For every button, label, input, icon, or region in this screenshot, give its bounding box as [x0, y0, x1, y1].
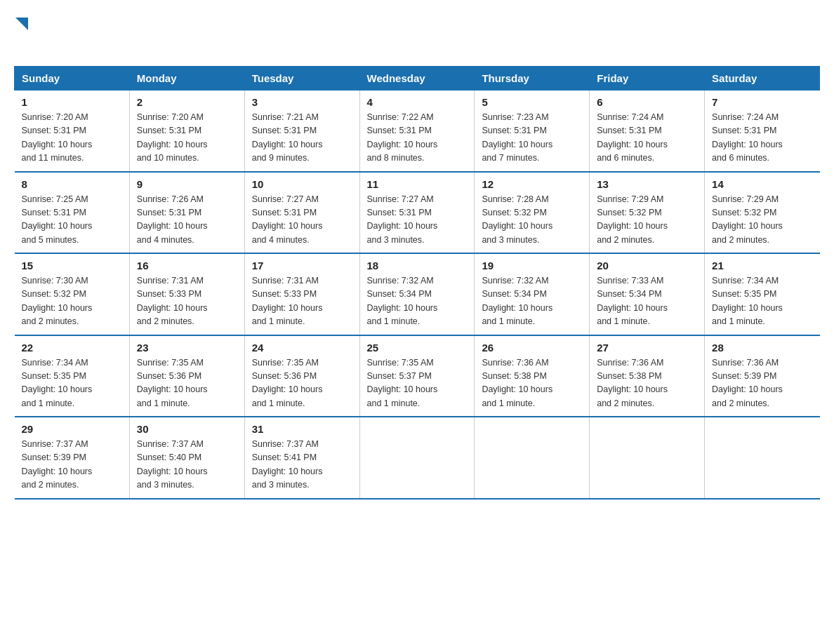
calendar-week-row: 1 Sunrise: 7:20 AMSunset: 5:31 PMDayligh… — [15, 90, 820, 172]
header-wednesday: Wednesday — [359, 67, 475, 90]
page-header — [14, 14, 820, 55]
day-number: 17 — [252, 260, 352, 271]
calendar-cell: 29 Sunrise: 7:37 AMSunset: 5:39 PMDaylig… — [15, 417, 130, 499]
day-number: 24 — [252, 342, 352, 354]
day-info: Sunrise: 7:33 AMSunset: 5:34 PMDaylight:… — [597, 276, 668, 326]
day-number: 7 — [712, 96, 812, 108]
calendar-week-row: 22 Sunrise: 7:34 AMSunset: 5:35 PMDaylig… — [15, 335, 820, 417]
day-info: Sunrise: 7:23 AMSunset: 5:31 PMDaylight:… — [482, 112, 552, 163]
calendar-cell: 9 Sunrise: 7:26 AMSunset: 5:31 PMDayligh… — [129, 172, 244, 254]
day-info: Sunrise: 7:31 AMSunset: 5:33 PMDaylight:… — [137, 276, 208, 326]
calendar-cell — [359, 417, 475, 499]
day-number: 29 — [22, 423, 122, 435]
day-number: 4 — [367, 96, 468, 108]
calendar-cell: 14 Sunrise: 7:29 AMSunset: 5:32 PMDaylig… — [705, 172, 820, 254]
calendar-cell: 22 Sunrise: 7:34 AMSunset: 5:35 PMDaylig… — [15, 335, 130, 417]
day-number: 6 — [597, 96, 697, 108]
day-number: 2 — [137, 96, 237, 108]
svg-marker-0 — [15, 18, 28, 30]
calendar-cell: 18 Sunrise: 7:32 AMSunset: 5:34 PMDaylig… — [359, 253, 475, 335]
day-info: Sunrise: 7:34 AMSunset: 5:35 PMDaylight:… — [22, 358, 93, 408]
calendar-header-row: SundayMondayTuesdayWednesdayThursdayFrid… — [15, 67, 820, 90]
day-number: 9 — [137, 178, 237, 190]
day-number: 10 — [252, 178, 352, 190]
calendar-cell: 10 Sunrise: 7:27 AMSunset: 5:31 PMDaylig… — [244, 172, 359, 254]
calendar-week-row: 15 Sunrise: 7:30 AMSunset: 5:32 PMDaylig… — [15, 253, 820, 335]
day-info: Sunrise: 7:25 AMSunset: 5:31 PMDaylight:… — [22, 194, 93, 245]
calendar-cell: 3 Sunrise: 7:21 AMSunset: 5:31 PMDayligh… — [244, 90, 359, 172]
calendar-cell: 20 Sunrise: 7:33 AMSunset: 5:34 PMDaylig… — [590, 253, 705, 335]
day-number: 11 — [367, 178, 468, 190]
calendar-cell: 8 Sunrise: 7:25 AMSunset: 5:31 PMDayligh… — [15, 172, 130, 254]
calendar-cell: 21 Sunrise: 7:34 AMSunset: 5:35 PMDaylig… — [705, 253, 820, 335]
calendar-cell: 27 Sunrise: 7:36 AMSunset: 5:38 PMDaylig… — [590, 335, 705, 417]
day-number: 19 — [482, 260, 582, 271]
day-info: Sunrise: 7:34 AMSunset: 5:35 PMDaylight:… — [712, 276, 783, 326]
day-info: Sunrise: 7:29 AMSunset: 5:32 PMDaylight:… — [597, 194, 668, 245]
day-info: Sunrise: 7:27 AMSunset: 5:31 PMDaylight:… — [367, 194, 438, 245]
calendar-cell: 23 Sunrise: 7:35 AMSunset: 5:36 PMDaylig… — [129, 335, 244, 417]
day-info: Sunrise: 7:37 AMSunset: 5:40 PMDaylight:… — [137, 439, 208, 490]
day-info: Sunrise: 7:22 AMSunset: 5:31 PMDaylight:… — [367, 112, 438, 163]
calendar-cell: 6 Sunrise: 7:24 AMSunset: 5:31 PMDayligh… — [590, 90, 705, 172]
calendar-cell: 24 Sunrise: 7:35 AMSunset: 5:36 PMDaylig… — [244, 335, 359, 417]
day-info: Sunrise: 7:20 AMSunset: 5:31 PMDaylight:… — [22, 112, 93, 163]
day-number: 12 — [482, 178, 582, 190]
header-sunday: Sunday — [15, 67, 130, 90]
calendar-cell: 28 Sunrise: 7:36 AMSunset: 5:39 PMDaylig… — [705, 335, 820, 417]
day-info: Sunrise: 7:26 AMSunset: 5:31 PMDaylight:… — [137, 194, 208, 245]
calendar-cell — [475, 417, 590, 499]
day-number: 18 — [367, 260, 468, 271]
calendar-cell: 25 Sunrise: 7:35 AMSunset: 5:37 PMDaylig… — [359, 335, 475, 417]
day-info: Sunrise: 7:27 AMSunset: 5:31 PMDaylight:… — [252, 194, 323, 245]
day-info: Sunrise: 7:35 AMSunset: 5:37 PMDaylight:… — [367, 358, 438, 408]
header-saturday: Saturday — [705, 67, 820, 90]
day-info: Sunrise: 7:31 AMSunset: 5:33 PMDaylight:… — [252, 276, 323, 326]
day-number: 15 — [22, 260, 122, 271]
day-info: Sunrise: 7:32 AMSunset: 5:34 PMDaylight:… — [367, 276, 438, 326]
calendar-cell: 4 Sunrise: 7:22 AMSunset: 5:31 PMDayligh… — [359, 90, 475, 172]
day-number: 5 — [482, 96, 582, 108]
calendar-cell: 11 Sunrise: 7:27 AMSunset: 5:31 PMDaylig… — [359, 172, 475, 254]
logo-arrow-icon — [15, 18, 28, 30]
calendar-cell: 13 Sunrise: 7:29 AMSunset: 5:32 PMDaylig… — [590, 172, 705, 254]
day-info: Sunrise: 7:37 AMSunset: 5:41 PMDaylight:… — [252, 439, 323, 490]
day-number: 23 — [137, 342, 237, 354]
day-info: Sunrise: 7:24 AMSunset: 5:31 PMDaylight:… — [712, 112, 783, 163]
day-number: 20 — [597, 260, 697, 271]
day-info: Sunrise: 7:36 AMSunset: 5:39 PMDaylight:… — [712, 358, 783, 408]
calendar-cell: 30 Sunrise: 7:37 AMSunset: 5:40 PMDaylig… — [129, 417, 244, 499]
day-info: Sunrise: 7:28 AMSunset: 5:32 PMDaylight:… — [482, 194, 552, 245]
day-info: Sunrise: 7:37 AMSunset: 5:39 PMDaylight:… — [22, 439, 93, 490]
day-number: 16 — [137, 260, 237, 271]
calendar-table: SundayMondayTuesdayWednesdayThursdayFrid… — [14, 66, 820, 499]
day-info: Sunrise: 7:20 AMSunset: 5:31 PMDaylight:… — [137, 112, 208, 163]
day-info: Sunrise: 7:29 AMSunset: 5:32 PMDaylight:… — [712, 194, 783, 245]
day-number: 31 — [252, 423, 352, 435]
calendar-cell: 31 Sunrise: 7:37 AMSunset: 5:41 PMDaylig… — [244, 417, 359, 499]
calendar-cell — [590, 417, 705, 499]
day-number: 14 — [712, 178, 812, 190]
header-monday: Monday — [129, 67, 244, 90]
calendar-cell: 16 Sunrise: 7:31 AMSunset: 5:33 PMDaylig… — [129, 253, 244, 335]
day-info: Sunrise: 7:21 AMSunset: 5:31 PMDaylight:… — [252, 112, 323, 163]
day-info: Sunrise: 7:24 AMSunset: 5:31 PMDaylight:… — [597, 112, 668, 163]
day-number: 30 — [137, 423, 237, 435]
calendar-cell: 12 Sunrise: 7:28 AMSunset: 5:32 PMDaylig… — [475, 172, 590, 254]
day-number: 1 — [22, 96, 122, 108]
logo — [14, 14, 28, 55]
calendar-week-row: 29 Sunrise: 7:37 AMSunset: 5:39 PMDaylig… — [15, 417, 820, 499]
day-info: Sunrise: 7:35 AMSunset: 5:36 PMDaylight:… — [137, 358, 208, 408]
calendar-cell — [705, 417, 820, 499]
calendar-cell: 2 Sunrise: 7:20 AMSunset: 5:31 PMDayligh… — [129, 90, 244, 172]
day-info: Sunrise: 7:36 AMSunset: 5:38 PMDaylight:… — [597, 358, 668, 408]
calendar-cell: 17 Sunrise: 7:31 AMSunset: 5:33 PMDaylig… — [244, 253, 359, 335]
header-thursday: Thursday — [475, 67, 590, 90]
header-friday: Friday — [590, 67, 705, 90]
day-number: 21 — [712, 260, 812, 271]
day-number: 13 — [597, 178, 697, 190]
calendar-cell: 19 Sunrise: 7:32 AMSunset: 5:34 PMDaylig… — [475, 253, 590, 335]
day-number: 26 — [482, 342, 582, 354]
day-number: 27 — [597, 342, 697, 354]
day-number: 8 — [22, 178, 122, 190]
